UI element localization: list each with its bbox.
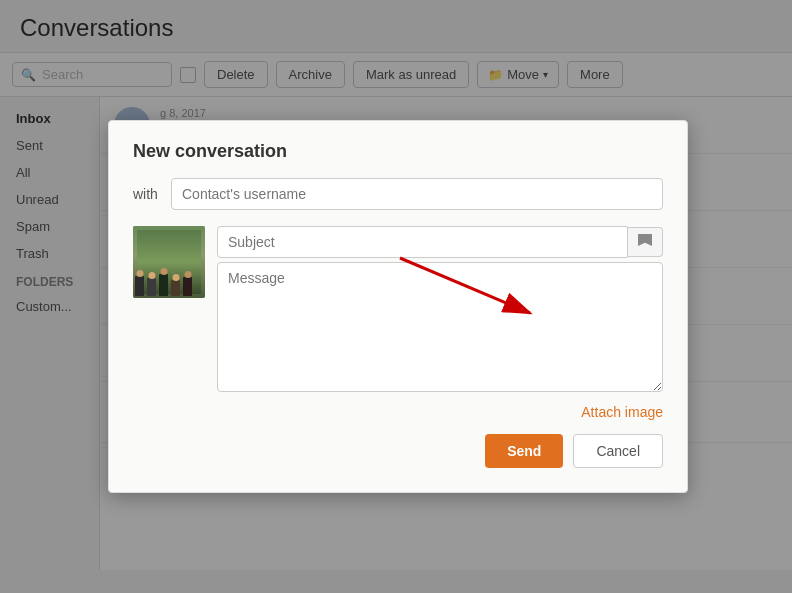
flag-button[interactable] — [628, 227, 663, 257]
compose-fields — [217, 226, 663, 392]
photo-background — [133, 226, 205, 298]
page-background: Conversations 🔍 Search Delete Archive Ma… — [0, 0, 792, 593]
attach-image-link[interactable]: Attach image — [581, 404, 663, 420]
contact-username-input[interactable] — [171, 178, 663, 210]
modal-title: New conversation — [133, 141, 663, 162]
subject-input[interactable] — [217, 226, 628, 258]
with-label: with — [133, 186, 161, 202]
send-button[interactable]: Send — [485, 434, 563, 468]
new-conversation-modal: New conversation with — [108, 120, 688, 493]
compose-area — [133, 226, 663, 392]
message-textarea[interactable] — [217, 262, 663, 392]
cancel-button[interactable]: Cancel — [573, 434, 663, 468]
flag-icon — [638, 234, 652, 250]
modal-footer: Send Cancel — [133, 434, 663, 468]
attach-image-row: Attach image — [133, 404, 663, 420]
with-row: with — [133, 178, 663, 210]
user-photo — [133, 226, 205, 298]
subject-row — [217, 226, 663, 258]
